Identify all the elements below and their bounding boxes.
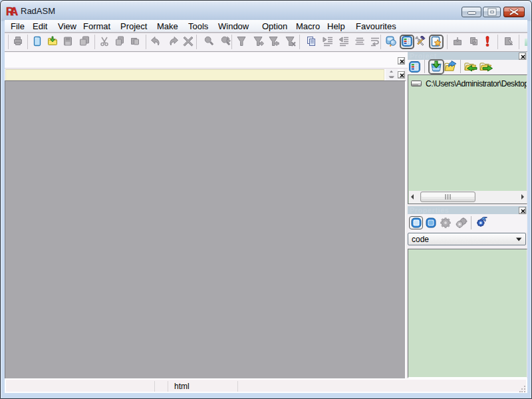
- svg-text:A: A: [11, 6, 19, 17]
